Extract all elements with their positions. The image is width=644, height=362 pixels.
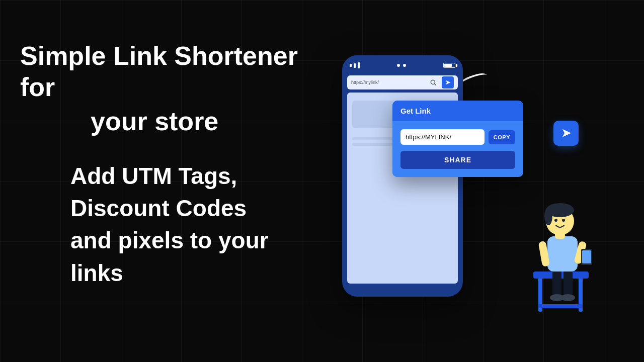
battery-icon (443, 63, 455, 68)
phone-search-icon (430, 79, 437, 86)
svg-rect-7 (564, 269, 573, 297)
headline-line2: your store (91, 103, 302, 140)
address-text: https://mylink/ (351, 80, 427, 85)
phone-notch (397, 64, 406, 67)
svg-rect-6 (552, 269, 561, 297)
svg-point-19 (554, 219, 557, 222)
person-illustration (488, 171, 599, 322)
get-link-popup: Get Link https://MYLINK/ COPY SHARE (392, 101, 523, 177)
arrow-icon-symbol: ➤ (561, 127, 571, 140)
headline-line1: Simple Link Shortener for (20, 40, 302, 103)
battery-fill (444, 64, 452, 67)
share-button[interactable]: SHARE (400, 151, 515, 169)
svg-point-18 (544, 207, 552, 225)
signal-bars (350, 62, 360, 68)
link-row: https://MYLINK/ COPY (400, 129, 515, 145)
bar3 (358, 62, 360, 68)
svg-rect-5 (538, 304, 583, 308)
phone-top-bar (342, 55, 463, 75)
svg-rect-13 (582, 250, 591, 263)
bar2 (354, 63, 356, 68)
notch-dot1 (397, 64, 400, 67)
notch-dot2 (403, 64, 406, 67)
right-section: https://mylink/ ➤ Get Link (302, 30, 604, 332)
svg-rect-10 (547, 236, 578, 272)
bar1 (350, 64, 352, 67)
feature-line3: and pixels to your links (70, 224, 302, 289)
floating-arrow-icon: ➤ (553, 121, 579, 146)
svg-point-9 (561, 294, 575, 301)
go-button[interactable]: ➤ (442, 76, 454, 88)
feature-line1: Add UTM Tags, (70, 160, 302, 192)
copy-button[interactable]: COPY (489, 130, 515, 144)
feature-line2: Discount Codes (70, 192, 302, 224)
phone-address-bar[interactable]: https://mylink/ ➤ (347, 75, 458, 89)
svg-line-1 (435, 84, 436, 85)
popup-header: Get Link (392, 101, 523, 121)
svg-point-0 (431, 80, 435, 84)
popup-body: https://MYLINK/ COPY SHARE (392, 121, 523, 177)
svg-point-20 (562, 219, 565, 222)
left-section: Simple Link Shortener for your store Add… (20, 40, 302, 289)
go-arrow-icon: ➤ (445, 79, 450, 86)
link-url-display[interactable]: https://MYLINK/ (400, 129, 485, 145)
